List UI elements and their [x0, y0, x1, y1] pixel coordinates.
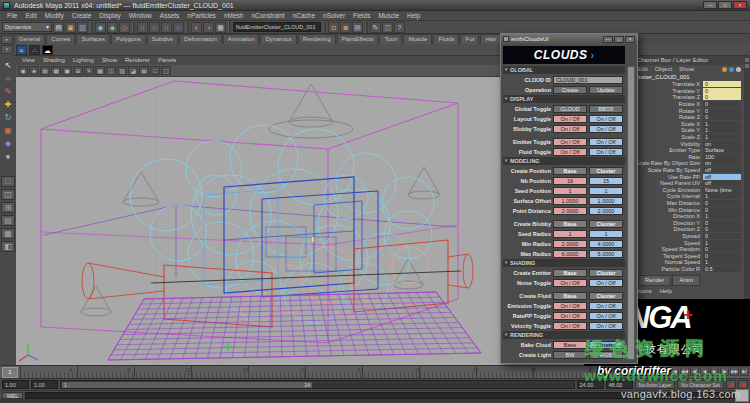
- speed-value[interactable]: 1: [703, 240, 741, 246]
- fluids-shelf-icon[interactable]: ≈: [16, 45, 27, 55]
- shelf-tab-deformation[interactable]: Deformation: [179, 34, 222, 44]
- scale-x-value[interactable]: 1: [703, 121, 741, 127]
- section-global[interactable]: GLOBAL: [503, 66, 625, 74]
- viewport-menu-panels[interactable]: Panels: [154, 56, 180, 65]
- layer-tab-anim[interactable]: Anim: [672, 275, 700, 286]
- shelf-tab-polygons[interactable]: Polygons: [111, 34, 146, 44]
- help-icon[interactable]: ?: [394, 22, 405, 33]
- layout-persp-graph-button[interactable]: ▦: [1, 228, 15, 239]
- close-button[interactable]: ×: [733, 1, 747, 9]
- playback-start-field[interactable]: 1.00: [31, 380, 58, 389]
- select-hierarchy-icon[interactable]: ◆: [95, 22, 106, 33]
- panel-close-button[interactable]: ×: [625, 36, 635, 43]
- shelf-tab-fur[interactable]: Fur: [460, 34, 479, 44]
- seed-radius-1-button[interactable]: 1: [589, 230, 623, 238]
- menu-create[interactable]: Create: [68, 11, 96, 20]
- direction-y-value[interactable]: 0: [703, 220, 741, 226]
- command-language-button[interactable]: MEL: [2, 392, 23, 399]
- visibility-value[interactable]: on: [703, 141, 741, 147]
- vp-camera-attributes-icon[interactable]: ▤: [40, 66, 50, 75]
- blobby-toggle-on-off-button[interactable]: On / Off: [589, 125, 623, 133]
- menu-nsolver[interactable]: nSolver: [319, 11, 349, 20]
- cycle-interval-value[interactable]: 1: [703, 193, 741, 199]
- direction-x-value[interactable]: 1: [703, 213, 741, 219]
- need-parent-uv-value[interactable]: off: [703, 180, 741, 186]
- ratepp-toggle-on-off-button[interactable]: On / Off: [589, 312, 623, 320]
- rate-value[interactable]: 100: [703, 154, 741, 160]
- shelf-tab-surfaces[interactable]: Surfaces: [76, 34, 110, 44]
- section-modeling[interactable]: MODELING: [503, 157, 625, 165]
- blobby-toggle-on-off-button[interactable]: On / Off: [553, 125, 587, 133]
- menu-assets[interactable]: Assets: [156, 11, 184, 20]
- clouds-window-scrollbar[interactable]: [627, 66, 635, 360]
- vp-safe-action-icon[interactable]: □: [150, 66, 160, 75]
- shelf-tab-animation[interactable]: Animation: [223, 34, 260, 44]
- operation-update-button[interactable]: Update: [589, 86, 623, 94]
- viewport-menu-view[interactable]: View: [18, 56, 39, 65]
- range-slider-bar[interactable]: 1 24: [62, 382, 312, 388]
- vp-gate-mask-icon[interactable]: ◪: [128, 66, 138, 75]
- shelf-tab-rendering[interactable]: Rendering: [298, 34, 336, 44]
- step-forward-frame-button[interactable]: ▶▶: [730, 366, 739, 376]
- layer-tab-render[interactable]: Render: [638, 275, 672, 286]
- cloud-id-field[interactable]: CLOUD_001: [553, 76, 623, 84]
- layer-menu-help[interactable]: Help: [660, 288, 672, 294]
- vp-grid-icon[interactable]: ▦: [95, 66, 105, 75]
- speed-random-value[interactable]: 0: [703, 246, 741, 252]
- emitter-type-value[interactable]: Surface: [703, 147, 741, 153]
- cloud-shelf-icon[interactable]: ☁: [42, 45, 53, 55]
- shelf-menu-buttons[interactable]: ▸▾: [1, 35, 13, 55]
- translate-y-value[interactable]: 0: [703, 88, 741, 94]
- vp-bookmark-icon[interactable]: ▦: [51, 66, 61, 75]
- channel-box-display-icons[interactable]: [722, 67, 741, 72]
- lasso-tool-icon[interactable]: ○: [2, 73, 15, 86]
- select-component-icon[interactable]: ◇: [119, 22, 130, 33]
- cycle-emission-value[interactable]: None (time: [703, 187, 741, 193]
- velocity-toggle-on-off-button[interactable]: On / Off: [553, 322, 587, 330]
- global-toggle-bbox-button[interactable]: BBOX: [589, 105, 623, 113]
- shelf-tab-subdivs[interactable]: Subdivs: [147, 34, 178, 44]
- scale-rate-by-object-size-value[interactable]: on: [703, 160, 741, 166]
- layout-hypershade-button[interactable]: ◧: [1, 241, 15, 252]
- save-scene-icon[interactable]: ▥: [77, 22, 88, 33]
- vp-lock-camera-icon[interactable]: ◈: [29, 66, 39, 75]
- seed-position-1-button[interactable]: 1: [553, 187, 587, 195]
- channel-menu-show[interactable]: Show: [679, 66, 694, 73]
- surface-offset-1-0000-button[interactable]: 1.0000: [553, 197, 587, 205]
- viewport-menu-show[interactable]: Show: [98, 56, 121, 65]
- layout-persp-outliner-button[interactable]: ▤: [1, 215, 15, 226]
- shelf-tab-painteffects[interactable]: PaintEffects: [337, 34, 379, 44]
- emission-toggle-on-off-button[interactable]: On / Off: [589, 302, 623, 310]
- direction-z-value[interactable]: 0: [703, 226, 741, 232]
- particle-color-r-value[interactable]: 0.5: [703, 266, 741, 272]
- nb-position-16-button[interactable]: 16: [553, 177, 587, 185]
- translate-x-value[interactable]: 0: [703, 81, 741, 87]
- construction-history-icon[interactable]: ▦: [215, 22, 226, 33]
- menu-edit[interactable]: Edit: [21, 11, 40, 20]
- viewport-menu-renderer[interactable]: Renderer: [121, 56, 154, 65]
- scale-tool-icon[interactable]: ▣: [2, 125, 15, 138]
- menu-nparticles[interactable]: nParticles: [183, 11, 220, 20]
- create-position-cluster-button[interactable]: Cluster: [589, 167, 623, 175]
- vp-film-gate-icon[interactable]: ◫: [106, 66, 116, 75]
- nb-position-15-button[interactable]: 15: [589, 177, 623, 185]
- paint-select-tool-icon[interactable]: ✎: [2, 86, 15, 99]
- universal-manip-tool-icon[interactable]: ◈: [2, 138, 15, 151]
- render-settings-icon[interactable]: ▤: [352, 22, 363, 33]
- vp-select-camera-icon[interactable]: ◉: [18, 66, 28, 75]
- point-distance-2-0000-button[interactable]: 2.0000: [553, 207, 587, 215]
- selection-name-field[interactable]: fluidEmitterCluster_CLOUD_001: [233, 22, 321, 32]
- output-connections-icon[interactable]: ◑: [203, 22, 214, 33]
- menu-ncache[interactable]: nCache: [289, 11, 319, 20]
- normal-speed-value[interactable]: 1: [703, 259, 741, 265]
- vp-2d-pan-zoom-icon[interactable]: ⊞: [73, 66, 83, 75]
- bake-cloud-base-button[interactable]: Base: [553, 341, 587, 349]
- emission-toggle-on-off-button[interactable]: On / Off: [553, 302, 587, 310]
- fluid-toggle-on-off-button[interactable]: On / Off: [553, 148, 587, 156]
- panel-maximize-button[interactable]: □: [614, 36, 624, 43]
- layout-toggle-on-off-button[interactable]: On / Off: [553, 115, 587, 123]
- range-slider-track[interactable]: 1 24: [60, 380, 575, 389]
- noise-toggle-on-off-button[interactable]: On / Off: [589, 279, 623, 287]
- max-radius-6-0000-button[interactable]: 6.0000: [553, 250, 587, 258]
- operation-create-button[interactable]: Create: [553, 86, 587, 94]
